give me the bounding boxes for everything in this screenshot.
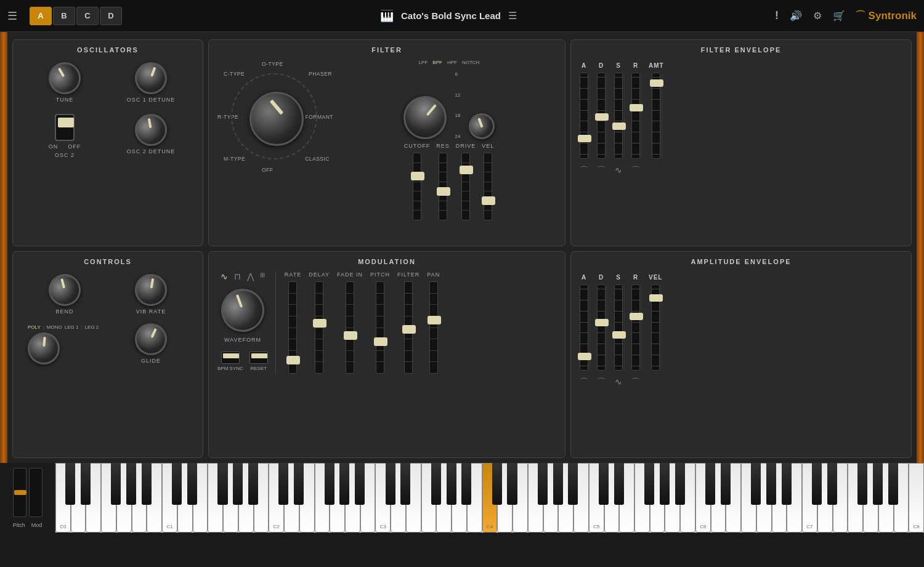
filter-env-amt-thumb[interactable] xyxy=(650,79,663,87)
black-key-o7-p2[interactable] xyxy=(827,463,837,505)
black-key-o6-p6[interactable] xyxy=(782,463,792,505)
leg1-label[interactable]: LEG 1 xyxy=(65,324,79,330)
cutoff-knob[interactable] xyxy=(394,87,455,148)
rate-slider[interactable] xyxy=(288,281,297,374)
notch-label[interactable]: NOTCH xyxy=(462,60,479,65)
black-key-o0-p6[interactable] xyxy=(142,463,152,505)
square-wave-icon[interactable]: ⊓ xyxy=(234,271,241,281)
filter-mod-slider-thumb[interactable] xyxy=(402,325,416,334)
pitch-mod-slider-thumb[interactable] xyxy=(374,337,387,346)
preset-tab-b[interactable]: B xyxy=(53,7,75,25)
black-key-o0-p1[interactable] xyxy=(65,463,75,505)
black-key-o6-p5[interactable] xyxy=(766,463,776,505)
black-key-o0-p2[interactable] xyxy=(81,463,91,505)
black-key-o5-p1[interactable] xyxy=(599,463,609,505)
amp-env-s-slider[interactable] xyxy=(614,284,623,371)
waveform-knob[interactable] xyxy=(215,283,270,338)
lpf-label[interactable]: LPF xyxy=(419,60,428,65)
filter-env-s-thumb[interactable] xyxy=(612,123,626,130)
poly-label[interactable]: POLY xyxy=(28,324,41,330)
amp-env-d-slider[interactable] xyxy=(597,284,606,371)
drive-slider[interactable] xyxy=(461,153,470,220)
mono-label[interactable]: MONO xyxy=(47,324,62,330)
pan-slider[interactable] xyxy=(429,281,438,374)
black-key-o3-p1[interactable] xyxy=(386,463,395,505)
black-key-o5-p2[interactable] xyxy=(614,463,624,505)
black-key-o4-p4[interactable] xyxy=(538,463,548,505)
alert-icon[interactable]: ! xyxy=(775,9,779,22)
black-key-o2-p1[interactable] xyxy=(278,463,288,505)
osc2-detune-knob[interactable] xyxy=(132,111,169,148)
black-key-o7-p1[interactable] xyxy=(812,463,822,505)
black-key-o1-p1[interactable] xyxy=(172,463,182,505)
poly-mono-knob[interactable] xyxy=(26,331,61,366)
black-key-o1-p2[interactable] xyxy=(187,463,197,505)
black-key-o6-p4[interactable] xyxy=(751,463,761,505)
black-key-o3-p4[interactable] xyxy=(431,463,441,505)
sawtooth-wave-icon[interactable]: ⋀ xyxy=(247,271,254,281)
black-key-o2-p2[interactable] xyxy=(294,463,304,505)
black-key-o1-p5[interactable] xyxy=(233,463,243,505)
mod-strip[interactable] xyxy=(29,468,43,517)
hpf-label[interactable]: HPF xyxy=(447,60,457,65)
preset-menu-button[interactable]: ☰ xyxy=(508,10,517,22)
gear-icon[interactable]: ⚙ xyxy=(813,10,822,22)
filter-env-s-slider[interactable] xyxy=(614,73,623,159)
amp-env-d-thumb[interactable] xyxy=(595,319,609,326)
black-key-o4-p2[interactable] xyxy=(507,463,517,505)
pan-slider-thumb[interactable] xyxy=(428,316,441,324)
preset-tab-d[interactable]: D xyxy=(100,7,122,25)
filter-mod-slider[interactable] xyxy=(404,281,413,374)
black-key-o5-p4[interactable] xyxy=(644,463,654,505)
amp-env-vel-thumb[interactable] xyxy=(649,294,663,302)
fade-in-slider[interactable] xyxy=(346,281,354,374)
black-key-o4-p5[interactable] xyxy=(553,463,563,505)
noise-wave-icon[interactable]: ⊞ xyxy=(260,271,265,281)
osc2-toggle[interactable] xyxy=(55,114,75,141)
bpf-label[interactable]: BPF xyxy=(432,60,442,65)
preset-tab-c[interactable]: C xyxy=(76,7,99,25)
delay-slider[interactable] xyxy=(315,281,323,374)
black-key-o4-p1[interactable] xyxy=(492,463,502,505)
black-key-o4-p6[interactable] xyxy=(568,463,578,505)
black-key-o7-p6[interactable] xyxy=(888,463,898,505)
cart-icon[interactable]: 🛒 xyxy=(833,10,845,22)
filter-env-amt-slider[interactable] xyxy=(652,73,660,159)
black-key-o0-p5[interactable] xyxy=(126,463,136,505)
leg2-label[interactable]: LEG 2 xyxy=(84,324,99,330)
filter-sub-knob[interactable] xyxy=(466,110,499,143)
black-key-o3-p6[interactable] xyxy=(461,463,471,505)
sine-wave-icon[interactable]: ∿ xyxy=(221,271,228,281)
amp-env-s-thumb[interactable] xyxy=(612,331,626,339)
pitch-mod-slider[interactable] xyxy=(376,281,384,374)
glide-knob[interactable] xyxy=(129,318,172,360)
amp-env-vel-slider[interactable] xyxy=(651,284,660,371)
delay-slider-thumb[interactable] xyxy=(313,319,326,328)
black-key-o7-p4[interactable] xyxy=(857,463,867,505)
fade-in-slider-thumb[interactable] xyxy=(344,331,357,340)
black-key-o2-p4[interactable] xyxy=(325,463,334,505)
pitch-strip[interactable] xyxy=(13,468,26,517)
speaker-icon[interactable]: 🔊 xyxy=(790,10,802,22)
black-key-o3-p2[interactable] xyxy=(400,463,410,505)
filter-env-d-slider[interactable] xyxy=(597,73,606,159)
filter-env-r-slider[interactable] xyxy=(631,73,640,159)
amp-env-r-thumb[interactable] xyxy=(630,313,643,320)
vib-rate-knob[interactable] xyxy=(132,271,169,308)
filter-env-a-slider[interactable] xyxy=(580,73,588,159)
cutoff-slider-thumb[interactable] xyxy=(411,172,424,180)
vel-filter-slider-thumb[interactable] xyxy=(482,196,495,205)
tune-knob[interactable] xyxy=(43,56,86,100)
black-key-o3-p5[interactable] xyxy=(447,463,456,505)
rate-slider-thumb[interactable] xyxy=(286,356,300,364)
res-slider[interactable] xyxy=(439,153,447,220)
filter-env-a-thumb[interactable] xyxy=(578,135,591,142)
osc1-detune-knob[interactable] xyxy=(131,58,172,99)
drive-slider-thumb[interactable] xyxy=(460,166,473,174)
black-key-o2-p5[interactable] xyxy=(339,463,349,505)
amp-env-r-slider[interactable] xyxy=(631,284,640,371)
white-key-C8[interactable]: C8 xyxy=(909,463,924,533)
filter-env-r-thumb[interactable] xyxy=(630,104,643,111)
bpm-sync-switch[interactable] xyxy=(221,352,240,364)
black-key-o5-p6[interactable] xyxy=(675,463,685,505)
